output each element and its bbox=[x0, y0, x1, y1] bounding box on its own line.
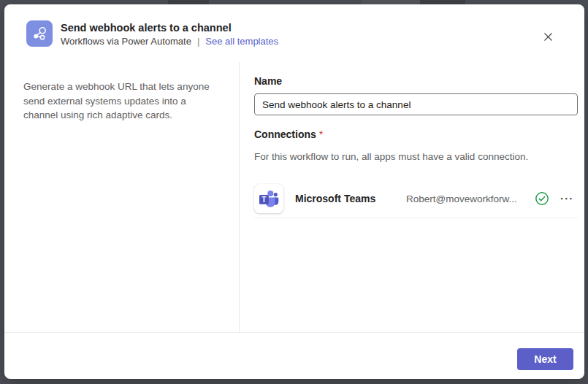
configuration-panel: Name Connections * For this workflow to … bbox=[240, 62, 584, 332]
connections-help-text: For this workflow to run, all apps must … bbox=[254, 150, 578, 163]
workflow-app-icon bbox=[26, 20, 53, 47]
connection-more-options-button[interactable]: ⋯ bbox=[557, 193, 578, 204]
more-options-icon: ⋯ bbox=[560, 191, 575, 206]
dialog-title: Send webhook alerts to a channel bbox=[61, 21, 278, 34]
svg-text:T: T bbox=[261, 196, 267, 204]
subtitle-separator: | bbox=[197, 35, 199, 48]
connections-label: Connections bbox=[254, 128, 316, 140]
dialog-header: Send webhook alerts to a channel Workflo… bbox=[4, 4, 584, 62]
dialog-subtitle: Workflows via Power Automate bbox=[61, 35, 191, 48]
next-button[interactable]: Next bbox=[517, 348, 573, 370]
close-button[interactable] bbox=[538, 26, 558, 47]
dialog-body: Generate a webhook URL that lets anyone … bbox=[4, 62, 584, 332]
microsoft-teams-icon: T bbox=[254, 184, 283, 213]
see-all-templates-link[interactable]: See all templates bbox=[205, 35, 278, 48]
dialog-header-text: Send webhook alerts to a channel Workflo… bbox=[61, 20, 278, 48]
template-description: Generate a webhook URL that lets anyone … bbox=[23, 80, 218, 123]
template-description-panel: Generate a webhook URL that lets anyone … bbox=[4, 62, 240, 332]
microsoft-teams-logo-icon: T bbox=[258, 188, 280, 209]
connection-row: T Microsoft Teams Robert@moveworkforw...… bbox=[254, 184, 578, 218]
dialog-subtitle-row: Workflows via Power Automate | See all t… bbox=[61, 35, 278, 48]
connections-label-row: Connections * bbox=[254, 128, 578, 140]
name-label: Name bbox=[254, 75, 578, 87]
connection-account: Robert@moveworkforw... bbox=[406, 193, 535, 204]
workflow-template-dialog: Send webhook alerts to a channel Workflo… bbox=[4, 4, 584, 379]
name-input[interactable] bbox=[254, 93, 578, 115]
connection-valid-check-icon bbox=[535, 191, 549, 206]
required-asterisk: * bbox=[319, 128, 323, 140]
connection-app-name: Microsoft Teams bbox=[295, 193, 406, 204]
dialog-footer: Next bbox=[4, 332, 584, 379]
share-icon bbox=[31, 26, 47, 42]
close-icon bbox=[543, 31, 554, 42]
